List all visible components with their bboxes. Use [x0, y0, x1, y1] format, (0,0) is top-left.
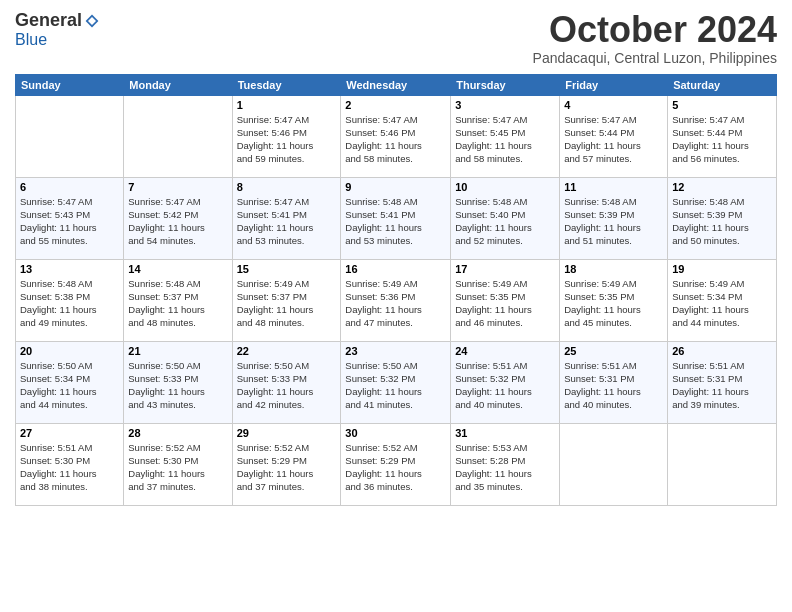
table-row: 9Sunrise: 5:48 AM Sunset: 5:41 PM Daylig…: [341, 177, 451, 259]
calendar-week-1: 1Sunrise: 5:47 AM Sunset: 5:46 PM Daylig…: [16, 95, 777, 177]
col-sunday: Sunday: [16, 74, 124, 95]
day-number: 16: [345, 263, 446, 275]
day-number: 21: [128, 345, 227, 357]
table-row: 22Sunrise: 5:50 AM Sunset: 5:33 PM Dayli…: [232, 341, 341, 423]
day-number: 24: [455, 345, 555, 357]
table-row: 10Sunrise: 5:48 AM Sunset: 5:40 PM Dayli…: [451, 177, 560, 259]
day-info: Sunrise: 5:48 AM Sunset: 5:39 PM Dayligh…: [672, 195, 772, 248]
day-number: 2: [345, 99, 446, 111]
day-info: Sunrise: 5:52 AM Sunset: 5:29 PM Dayligh…: [237, 441, 337, 494]
day-number: 22: [237, 345, 337, 357]
day-number: 8: [237, 181, 337, 193]
table-row: 3Sunrise: 5:47 AM Sunset: 5:45 PM Daylig…: [451, 95, 560, 177]
day-number: 3: [455, 99, 555, 111]
day-number: 4: [564, 99, 663, 111]
day-number: 17: [455, 263, 555, 275]
day-info: Sunrise: 5:47 AM Sunset: 5:46 PM Dayligh…: [345, 113, 446, 166]
table-row: 23Sunrise: 5:50 AM Sunset: 5:32 PM Dayli…: [341, 341, 451, 423]
day-info: Sunrise: 5:47 AM Sunset: 5:46 PM Dayligh…: [237, 113, 337, 166]
table-row: 18Sunrise: 5:49 AM Sunset: 5:35 PM Dayli…: [560, 259, 668, 341]
table-row: 1Sunrise: 5:47 AM Sunset: 5:46 PM Daylig…: [232, 95, 341, 177]
table-row: 17Sunrise: 5:49 AM Sunset: 5:35 PM Dayli…: [451, 259, 560, 341]
table-row: 25Sunrise: 5:51 AM Sunset: 5:31 PM Dayli…: [560, 341, 668, 423]
header: General Blue October 2024 Pandacaqui, Ce…: [15, 10, 777, 66]
day-info: Sunrise: 5:49 AM Sunset: 5:35 PM Dayligh…: [564, 277, 663, 330]
day-info: Sunrise: 5:51 AM Sunset: 5:32 PM Dayligh…: [455, 359, 555, 412]
calendar-week-4: 20Sunrise: 5:50 AM Sunset: 5:34 PM Dayli…: [16, 341, 777, 423]
table-row: 21Sunrise: 5:50 AM Sunset: 5:33 PM Dayli…: [124, 341, 232, 423]
table-row: 28Sunrise: 5:52 AM Sunset: 5:30 PM Dayli…: [124, 423, 232, 505]
col-tuesday: Tuesday: [232, 74, 341, 95]
calendar-header-row: Sunday Monday Tuesday Wednesday Thursday…: [16, 74, 777, 95]
day-number: 23: [345, 345, 446, 357]
table-row: 31Sunrise: 5:53 AM Sunset: 5:28 PM Dayli…: [451, 423, 560, 505]
day-info: Sunrise: 5:47 AM Sunset: 5:45 PM Dayligh…: [455, 113, 555, 166]
table-row: 6Sunrise: 5:47 AM Sunset: 5:43 PM Daylig…: [16, 177, 124, 259]
day-info: Sunrise: 5:48 AM Sunset: 5:37 PM Dayligh…: [128, 277, 227, 330]
day-info: Sunrise: 5:47 AM Sunset: 5:44 PM Dayligh…: [672, 113, 772, 166]
day-info: Sunrise: 5:53 AM Sunset: 5:28 PM Dayligh…: [455, 441, 555, 494]
table-row: [560, 423, 668, 505]
table-row: 30Sunrise: 5:52 AM Sunset: 5:29 PM Dayli…: [341, 423, 451, 505]
table-row: 27Sunrise: 5:51 AM Sunset: 5:30 PM Dayli…: [16, 423, 124, 505]
day-number: 20: [20, 345, 119, 357]
day-number: 11: [564, 181, 663, 193]
table-row: 5Sunrise: 5:47 AM Sunset: 5:44 PM Daylig…: [668, 95, 777, 177]
day-info: Sunrise: 5:50 AM Sunset: 5:33 PM Dayligh…: [128, 359, 227, 412]
day-info: Sunrise: 5:51 AM Sunset: 5:31 PM Dayligh…: [564, 359, 663, 412]
day-info: Sunrise: 5:50 AM Sunset: 5:32 PM Dayligh…: [345, 359, 446, 412]
table-row: 4Sunrise: 5:47 AM Sunset: 5:44 PM Daylig…: [560, 95, 668, 177]
day-number: 9: [345, 181, 446, 193]
table-row: 8Sunrise: 5:47 AM Sunset: 5:41 PM Daylig…: [232, 177, 341, 259]
day-number: 6: [20, 181, 119, 193]
col-saturday: Saturday: [668, 74, 777, 95]
day-info: Sunrise: 5:50 AM Sunset: 5:33 PM Dayligh…: [237, 359, 337, 412]
day-info: Sunrise: 5:52 AM Sunset: 5:30 PM Dayligh…: [128, 441, 227, 494]
day-number: 12: [672, 181, 772, 193]
day-info: Sunrise: 5:48 AM Sunset: 5:38 PM Dayligh…: [20, 277, 119, 330]
table-row: [16, 95, 124, 177]
col-wednesday: Wednesday: [341, 74, 451, 95]
table-row: 24Sunrise: 5:51 AM Sunset: 5:32 PM Dayli…: [451, 341, 560, 423]
day-info: Sunrise: 5:47 AM Sunset: 5:43 PM Dayligh…: [20, 195, 119, 248]
calendar-week-2: 6Sunrise: 5:47 AM Sunset: 5:43 PM Daylig…: [16, 177, 777, 259]
table-row: 26Sunrise: 5:51 AM Sunset: 5:31 PM Dayli…: [668, 341, 777, 423]
calendar-week-5: 27Sunrise: 5:51 AM Sunset: 5:30 PM Dayli…: [16, 423, 777, 505]
day-info: Sunrise: 5:47 AM Sunset: 5:41 PM Dayligh…: [237, 195, 337, 248]
table-row: 15Sunrise: 5:49 AM Sunset: 5:37 PM Dayli…: [232, 259, 341, 341]
day-info: Sunrise: 5:49 AM Sunset: 5:36 PM Dayligh…: [345, 277, 446, 330]
calendar-table: Sunday Monday Tuesday Wednesday Thursday…: [15, 74, 777, 506]
day-number: 1: [237, 99, 337, 111]
location: Pandacaqui, Central Luzon, Philippines: [533, 50, 777, 66]
col-thursday: Thursday: [451, 74, 560, 95]
day-info: Sunrise: 5:51 AM Sunset: 5:30 PM Dayligh…: [20, 441, 119, 494]
day-number: 13: [20, 263, 119, 275]
day-number: 30: [345, 427, 446, 439]
day-info: Sunrise: 5:49 AM Sunset: 5:35 PM Dayligh…: [455, 277, 555, 330]
day-info: Sunrise: 5:49 AM Sunset: 5:37 PM Dayligh…: [237, 277, 337, 330]
day-number: 5: [672, 99, 772, 111]
table-row: 11Sunrise: 5:48 AM Sunset: 5:39 PM Dayli…: [560, 177, 668, 259]
table-row: 13Sunrise: 5:48 AM Sunset: 5:38 PM Dayli…: [16, 259, 124, 341]
table-row: 19Sunrise: 5:49 AM Sunset: 5:34 PM Dayli…: [668, 259, 777, 341]
page: General Blue October 2024 Pandacaqui, Ce…: [0, 0, 792, 612]
table-row: 7Sunrise: 5:47 AM Sunset: 5:42 PM Daylig…: [124, 177, 232, 259]
day-number: 31: [455, 427, 555, 439]
table-row: 29Sunrise: 5:52 AM Sunset: 5:29 PM Dayli…: [232, 423, 341, 505]
day-info: Sunrise: 5:47 AM Sunset: 5:42 PM Dayligh…: [128, 195, 227, 248]
day-info: Sunrise: 5:50 AM Sunset: 5:34 PM Dayligh…: [20, 359, 119, 412]
day-number: 15: [237, 263, 337, 275]
day-number: 10: [455, 181, 555, 193]
day-info: Sunrise: 5:51 AM Sunset: 5:31 PM Dayligh…: [672, 359, 772, 412]
calendar-week-3: 13Sunrise: 5:48 AM Sunset: 5:38 PM Dayli…: [16, 259, 777, 341]
table-row: 2Sunrise: 5:47 AM Sunset: 5:46 PM Daylig…: [341, 95, 451, 177]
table-row: 14Sunrise: 5:48 AM Sunset: 5:37 PM Dayli…: [124, 259, 232, 341]
col-friday: Friday: [560, 74, 668, 95]
day-number: 14: [128, 263, 227, 275]
logo: General Blue: [15, 10, 100, 49]
logo-blue-text: Blue: [15, 31, 47, 48]
day-number: 27: [20, 427, 119, 439]
table-row: 16Sunrise: 5:49 AM Sunset: 5:36 PM Dayli…: [341, 259, 451, 341]
day-number: 25: [564, 345, 663, 357]
day-number: 28: [128, 427, 227, 439]
